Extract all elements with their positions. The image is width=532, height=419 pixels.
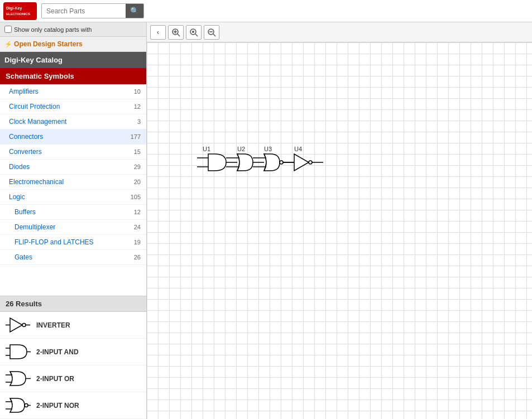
nav-item-label: Clock Management (9, 118, 66, 126)
nav-item-logic[interactable]: Logic105 (0, 190, 146, 205)
show-only-label: Show only catalog parts with (14, 26, 92, 33)
nav-item-label: FLIP-FLOP and LATCHES (15, 238, 94, 246)
results-header: 26 Results (0, 296, 146, 312)
svg-line-25 (213, 34, 215, 36)
schematic-canvas[interactable]: U1 U2 U3 (147, 42, 532, 419)
svg-text:Digi-Key: Digi-Key (6, 6, 22, 11)
svg-point-4 (22, 324, 26, 327)
svg-marker-3 (10, 318, 22, 332)
result-item-inverter[interactable]: INVERTER (0, 312, 146, 339)
result-label: 2-INPUT OR (36, 375, 74, 383)
nav-item-count: 20 (134, 179, 141, 185)
nav-item-count: 19 (134, 239, 141, 245)
result-icon-nor2 (6, 396, 31, 415)
result-label: 2-INPUT AND (36, 348, 79, 356)
nav-item-count: 24 (134, 224, 141, 230)
show-only-checkbox[interactable] (4, 26, 12, 33)
nav-item-label: Connectors (9, 133, 43, 141)
svg-point-23 (192, 31, 194, 33)
svg-point-42 (309, 161, 312, 164)
nav-list: Schematic Symbols Amplifiers10Circuit Pr… (0, 68, 146, 296)
nav-item-count: 3 (137, 118, 141, 125)
result-item-2-input-nor[interactable]: 2-INPUT NOR (0, 392, 146, 419)
results-panel: 26 Results INVERTER 2-INPUT AND 2-INPUT … (0, 296, 146, 419)
nav-item-flip-flop-and-latches[interactable]: FLIP-FLOP and LATCHES19 (0, 235, 146, 250)
results-list: INVERTER 2-INPUT AND 2-INPUT OR 2-INPUT … (0, 312, 146, 419)
svg-text:U3: U3 (264, 146, 272, 152)
nav-back-button[interactable]: ‹ (150, 25, 166, 40)
nav-item-amplifiers[interactable]: Amplifiers10 (0, 84, 146, 99)
nav-item-count: 29 (134, 163, 141, 170)
svg-text:U2: U2 (237, 146, 245, 152)
digi-key-logo: Digi-Key ELECTRONICS (3, 2, 37, 20)
svg-text:ELECTRONICS: ELECTRONICS (6, 12, 30, 16)
nav-item-count: 12 (134, 209, 141, 215)
nav-item-count: 15 (134, 148, 141, 155)
nav-item-clock-management[interactable]: Clock Management3 (0, 114, 146, 129)
schematic-drawing: U1 U2 U3 (147, 42, 532, 419)
show-only-row: Show only catalog parts with (4, 26, 142, 33)
main-layout: Show only catalog parts with Open Design… (0, 22, 532, 419)
nav-section-schematic[interactable]: Schematic Symbols (0, 68, 146, 84)
svg-text:U1: U1 (203, 146, 210, 152)
result-label: 2-INPUT NOR (36, 402, 79, 410)
zoom-in-button[interactable] (168, 25, 184, 40)
catalog-toolbar: Show only catalog parts with (0, 22, 146, 37)
nav-item-label: Converters (9, 148, 42, 156)
nav-item-gates[interactable]: Gates26 (0, 250, 146, 265)
result-label: INVERTER (36, 321, 70, 329)
nav-item-label: Gates (15, 253, 32, 261)
nav-item-label: Buffers (15, 208, 36, 216)
nav-item-label: Logic (9, 193, 25, 201)
nav-item-circuit-protection[interactable]: Circuit Protection12 (0, 99, 146, 114)
search-button[interactable]: 🔍 (126, 4, 143, 18)
canvas-area: ‹ U1 U2 (147, 22, 532, 419)
nav-item-label: Electromechanical (9, 178, 64, 186)
search-box: 🔍 (41, 3, 144, 18)
nav-item-label: Circuit Protection (9, 103, 60, 110)
catalog-header: Digi-Key Catalog (0, 52, 146, 68)
nav-item-label: Demultiplexer (15, 223, 55, 231)
nav-item-count: 10 (134, 88, 141, 95)
svg-point-13 (25, 404, 28, 407)
canvas-toolbar: ‹ (147, 22, 532, 42)
sidebar: Show only catalog parts with Open Design… (0, 22, 147, 419)
svg-line-22 (195, 34, 198, 36)
result-item-2-input-and[interactable]: 2-INPUT AND (0, 339, 146, 365)
result-icon-or2 (6, 369, 31, 388)
svg-line-18 (178, 34, 180, 36)
result-icon-and2 (6, 342, 31, 362)
design-starters-link[interactable]: Open Design Starters (4, 40, 83, 48)
result-icon-inverter (6, 315, 31, 335)
svg-rect-0 (4, 3, 36, 20)
search-input[interactable] (42, 5, 126, 17)
nav-item-diodes[interactable]: Diodes29 (0, 160, 146, 175)
svg-point-36 (280, 161, 283, 164)
result-item-2-input-or[interactable]: 2-INPUT OR (0, 365, 146, 392)
nav-item-label: Amplifiers (9, 88, 39, 95)
zoom-fit-button[interactable] (186, 25, 202, 40)
svg-marker-41 (294, 154, 309, 171)
design-starters: Open Design Starters (0, 37, 146, 52)
svg-text:U4: U4 (294, 146, 302, 152)
nav-item-converters[interactable]: Converters15 (0, 145, 146, 160)
nav-item-label: Diodes (9, 163, 30, 171)
topbar: Digi-Key ELECTRONICS 🔍 (0, 0, 532, 22)
nav-item-count: 177 (131, 133, 141, 140)
zoom-out-button[interactable] (204, 25, 219, 40)
nav-item-count: 105 (131, 194, 141, 200)
nav-item-buffers[interactable]: Buffers12 (0, 205, 146, 220)
nav-item-count: 12 (134, 103, 141, 110)
nav-item-electromechanical[interactable]: Electromechanical20 (0, 175, 146, 190)
nav-item-count: 26 (134, 254, 141, 261)
nav-item-connectors[interactable]: Connectors177 (0, 129, 146, 145)
nav-item-demultiplexer[interactable]: Demultiplexer24 (0, 220, 146, 235)
